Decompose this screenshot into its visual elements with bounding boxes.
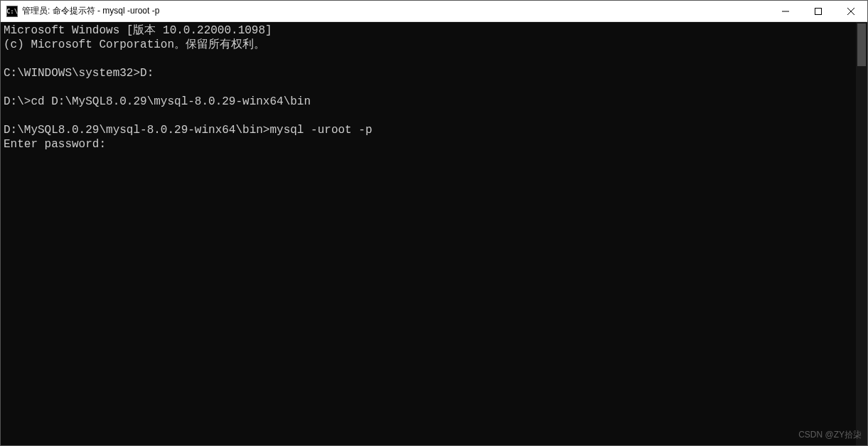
cmd-icon: C:\ bbox=[6, 6, 18, 17]
scrollbar-thumb[interactable] bbox=[857, 23, 866, 66]
window-controls bbox=[769, 1, 867, 21]
minimize-icon bbox=[782, 8, 789, 15]
maximize-button[interactable] bbox=[802, 1, 835, 21]
scrollbar-track[interactable] bbox=[856, 22, 867, 445]
watermark: CSDN @ZY拾柒 bbox=[798, 429, 862, 441]
close-button[interactable] bbox=[835, 1, 867, 21]
close-icon bbox=[847, 8, 854, 15]
window-title: 管理员: 命令提示符 - mysql -uroot -p bbox=[22, 5, 769, 17]
titlebar[interactable]: C:\ 管理员: 命令提示符 - mysql -uroot -p bbox=[1, 1, 867, 22]
terminal-area[interactable]: Microsoft Windows [版本 10.0.22000.1098] (… bbox=[1, 22, 867, 445]
minimize-button[interactable] bbox=[769, 1, 802, 21]
maximize-icon bbox=[815, 8, 822, 15]
svg-rect-1 bbox=[815, 8, 822, 14]
command-prompt-window: C:\ 管理员: 命令提示符 - mysql -uroot -p M bbox=[0, 0, 868, 446]
terminal-output: Microsoft Windows [版本 10.0.22000.1098] (… bbox=[1, 22, 867, 153]
